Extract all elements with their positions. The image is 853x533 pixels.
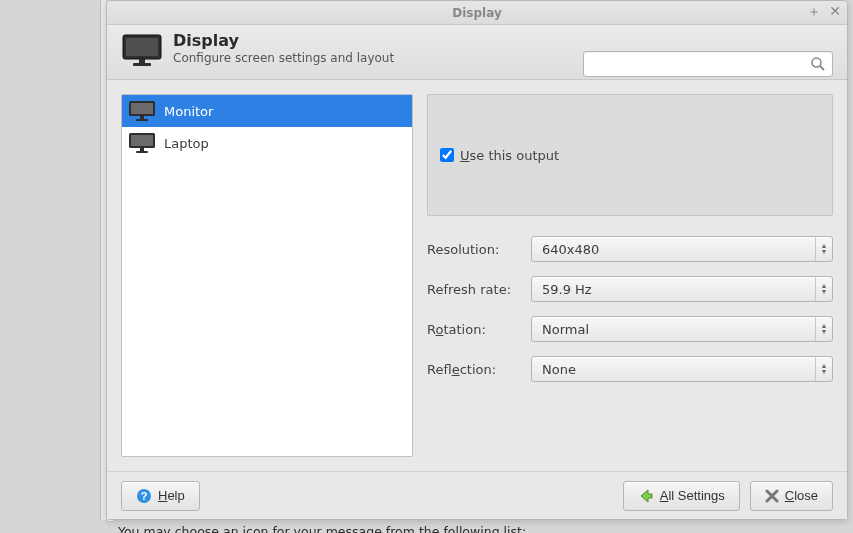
close-window-icon[interactable]: ✕ (829, 4, 841, 18)
display-icon (121, 33, 163, 69)
svg-line-5 (820, 66, 824, 70)
output-item-label: Monitor (164, 104, 213, 119)
settings-grid: Resolution: 640x480 ▴▾ Refresh rate: 59.… (427, 236, 833, 382)
output-item-label: Laptop (164, 136, 209, 151)
spinner-arrows-icon: ▴▾ (815, 317, 826, 341)
monitor-icon (128, 100, 156, 122)
reflection-label: Reflection: (427, 362, 523, 377)
svg-rect-13 (136, 151, 148, 153)
minimize-icon[interactable]: ＋ (807, 4, 821, 18)
help-icon: ? (136, 488, 152, 504)
resolution-value: 640x480 (542, 242, 599, 257)
close-button[interactable]: Close (750, 481, 833, 511)
resolution-select[interactable]: 640x480 ▴▾ (531, 236, 833, 262)
svg-rect-3 (133, 63, 151, 66)
svg-rect-1 (126, 38, 158, 56)
spinner-arrows-icon: ▴▾ (815, 277, 826, 301)
spinner-arrows-icon: ▴▾ (815, 357, 826, 381)
svg-rect-8 (140, 116, 144, 119)
rotation-value: Normal (542, 322, 589, 337)
back-arrow-icon (638, 488, 654, 504)
window-title: Display (452, 6, 501, 20)
titlebar-controls: ＋ ✕ (807, 4, 841, 18)
search-icon (810, 56, 826, 72)
refresh-value: 59.9 Hz (542, 282, 592, 297)
close-button-label: Close (785, 488, 818, 503)
resolution-label: Resolution: (427, 242, 523, 257)
search-input[interactable] (590, 57, 810, 72)
svg-rect-11 (131, 135, 153, 146)
footer: ? Help All Settings Close (107, 471, 847, 519)
display-settings-window: Display ＋ ✕ Display Configure screen set… (106, 0, 848, 520)
use-output-label: Use this output (460, 148, 559, 163)
header-text: Display Configure screen settings and la… (173, 31, 394, 65)
page-subtitle: Configure screen settings and layout (173, 51, 394, 65)
use-output-checkbox-row[interactable]: Use this output (440, 148, 559, 163)
reflection-value: None (542, 362, 576, 377)
refresh-label: Refresh rate: (427, 282, 523, 297)
page-title: Display (173, 31, 394, 50)
monitor-icon (128, 132, 156, 154)
help-button-label: Help (158, 488, 185, 503)
svg-point-4 (812, 58, 821, 67)
output-item-laptop[interactable]: Laptop (122, 127, 412, 159)
output-item-monitor[interactable]: Monitor (122, 95, 412, 127)
use-output-checkbox[interactable] (440, 148, 454, 162)
settings-pane: Use this output Resolution: 640x480 ▴▾ R… (427, 94, 833, 457)
svg-rect-2 (139, 59, 145, 63)
help-button[interactable]: ? Help (121, 481, 200, 511)
rotation-select[interactable]: Normal ▴▾ (531, 316, 833, 342)
search-input-container[interactable] (583, 51, 833, 77)
preview-box: Use this output (427, 94, 833, 216)
rotation-label: Rotation: (427, 322, 523, 337)
close-icon (765, 489, 779, 503)
background-hint-text: You may choose an icon for your message … (118, 524, 526, 533)
spinner-arrows-icon: ▴▾ (815, 237, 826, 261)
all-settings-label: All Settings (660, 488, 725, 503)
svg-rect-7 (131, 103, 153, 114)
titlebar[interactable]: Display ＋ ✕ (107, 1, 847, 25)
svg-rect-12 (140, 148, 144, 151)
refresh-select[interactable]: 59.9 Hz ▴▾ (531, 276, 833, 302)
header: Display Configure screen settings and la… (107, 25, 847, 80)
svg-text:?: ? (141, 490, 148, 502)
all-settings-button[interactable]: All Settings (623, 481, 740, 511)
reflection-select[interactable]: None ▴▾ (531, 356, 833, 382)
svg-rect-9 (136, 119, 148, 121)
content-area: Monitor Laptop Use this output (107, 80, 847, 471)
outputs-list[interactable]: Monitor Laptop (121, 94, 413, 457)
